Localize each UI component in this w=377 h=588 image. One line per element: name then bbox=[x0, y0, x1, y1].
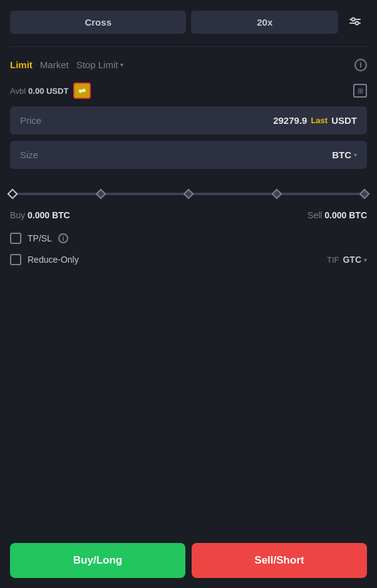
calculator-icon-wrap[interactable]: ⊞ bbox=[353, 84, 367, 98]
action-buttons: Buy/Long Sell/Short bbox=[10, 530, 367, 578]
sell-short-button[interactable]: Sell/Short bbox=[192, 543, 367, 578]
size-currency-chevron: ▾ bbox=[354, 151, 357, 158]
order-info-icon-wrap[interactable]: i bbox=[354, 59, 367, 71]
price-label: Price bbox=[20, 115, 273, 126]
avbl-label: Avbl bbox=[10, 86, 26, 96]
settings-icon bbox=[348, 14, 363, 29]
tab-stop-limit[interactable]: Stop Limit ▾ bbox=[76, 57, 132, 73]
slider-handle-100[interactable] bbox=[359, 189, 370, 200]
stop-limit-chevron: ▾ bbox=[120, 61, 123, 68]
transfer-button[interactable]: ⇌ bbox=[73, 83, 91, 99]
tif-label: TIF bbox=[327, 255, 339, 265]
svg-point-3 bbox=[356, 22, 359, 25]
price-currency: USDT bbox=[331, 115, 357, 126]
tab-limit[interactable]: Limit bbox=[10, 57, 40, 73]
buy-long-button[interactable]: Buy/Long bbox=[10, 543, 185, 578]
leverage-button[interactable]: 20x bbox=[191, 11, 338, 34]
gtc-label: GTC bbox=[343, 255, 361, 265]
price-field[interactable]: Price 29279.9 Last USDT bbox=[10, 106, 367, 134]
slider-handle-75[interactable] bbox=[271, 189, 282, 200]
buy-label: Buy bbox=[10, 210, 28, 220]
buy-value: 0.000 BTC bbox=[28, 210, 70, 220]
top-bar: Cross 20x bbox=[10, 10, 367, 34]
order-type-tabs: Limit Market Stop Limit ▾ i bbox=[10, 57, 367, 73]
order-info-icon: i bbox=[354, 59, 367, 71]
svg-point-2 bbox=[352, 18, 355, 21]
size-currency: BTC bbox=[332, 150, 351, 160]
gtc-selector[interactable]: GTC ▾ bbox=[343, 255, 367, 265]
buy-amount: Buy 0.000 BTC bbox=[10, 210, 70, 220]
tpsl-label: TP/SL bbox=[28, 233, 52, 243]
tpsl-info-icon[interactable]: i bbox=[58, 233, 68, 243]
reduce-only-label: Reduce-Only bbox=[28, 255, 79, 265]
avbl-value: 0.00 USDT bbox=[28, 86, 68, 96]
size-field[interactable]: Size BTC ▾ bbox=[10, 141, 367, 169]
tpsl-row: TP/SL i bbox=[10, 233, 367, 244]
slider-handle-25[interactable] bbox=[95, 189, 106, 200]
amounts-row: Buy 0.000 BTC Sell 0.000 BTC bbox=[10, 210, 367, 220]
reduce-only-checkbox[interactable] bbox=[10, 254, 21, 265]
divider-top bbox=[10, 46, 367, 47]
tab-market[interactable]: Market bbox=[40, 57, 76, 73]
transfer-icon: ⇌ bbox=[78, 86, 86, 96]
price-value: 29279.9 bbox=[273, 115, 307, 126]
slider-section bbox=[10, 185, 367, 203]
tif-section: TIF GTC ▾ bbox=[327, 255, 367, 265]
tpsl-checkbox[interactable] bbox=[10, 233, 21, 244]
settings-icon-wrap[interactable] bbox=[343, 10, 367, 34]
calculator-icon: ⊞ bbox=[353, 84, 367, 98]
cross-button[interactable]: Cross bbox=[10, 11, 186, 34]
sell-label: Sell bbox=[307, 210, 324, 220]
btc-selector[interactable]: BTC ▾ bbox=[332, 150, 357, 160]
last-label: Last bbox=[311, 116, 328, 125]
sell-amount: Sell 0.000 BTC bbox=[307, 210, 367, 220]
gtc-chevron: ▾ bbox=[364, 256, 367, 263]
slider-handle-0[interactable] bbox=[8, 189, 18, 200]
sell-value: 0.000 BTC bbox=[324, 210, 367, 220]
slider-handle-50[interactable] bbox=[183, 189, 194, 200]
size-label: Size bbox=[20, 150, 332, 160]
avbl-row: Avbl 0.00 USDT ⇌ ⊞ bbox=[10, 83, 367, 99]
reduce-only-row: Reduce-Only TIF GTC ▾ bbox=[10, 254, 367, 265]
